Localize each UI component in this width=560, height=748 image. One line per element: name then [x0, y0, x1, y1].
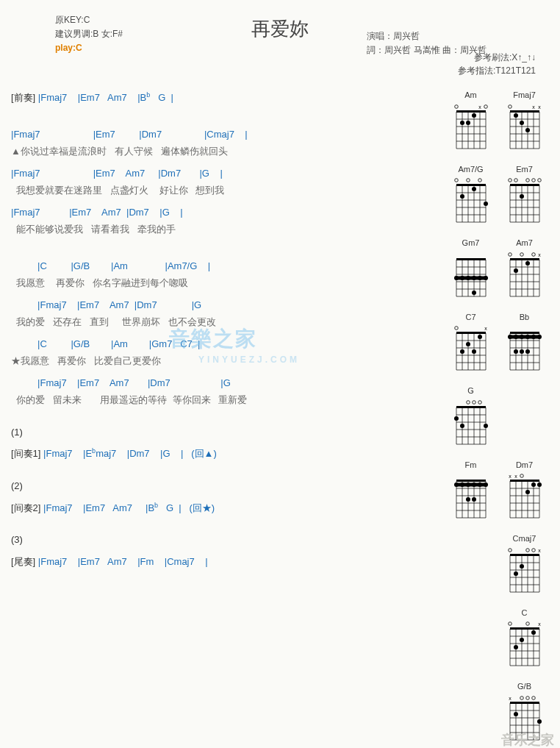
chord-line: |Fmaj7 |Em7 Am7 |Dm7 |G | — [11, 166, 440, 181]
chord-sheet: 原KEY:C 建议男调:B 女:F# play:C 再爱妳 演唱：周兴哲 詞：周… — [0, 0, 560, 748]
chord-name: Fm — [451, 459, 491, 471]
chord-diagram: Fmaj7xx — [505, 89, 545, 150]
svg-text:x: x — [484, 326, 487, 331]
svg-point-270 — [537, 719, 542, 724]
svg-point-95 — [484, 276, 488, 280]
svg-rect-237 — [510, 627, 539, 630]
chord-line: [前奏] |Fmaj7 |Em7 Am7 |Bb G | — [11, 90, 440, 105]
chord-name: C — [505, 607, 545, 619]
svg-rect-218 — [510, 554, 539, 556]
chord-name: Em7 — [505, 163, 545, 176]
svg-point-269 — [514, 712, 518, 716]
svg-point-151 — [520, 335, 524, 339]
svg-text:x: x — [509, 696, 511, 701]
svg-point-213 — [531, 482, 536, 487]
svg-point-133 — [454, 327, 458, 330]
lyric-line: 你的爱 留未来 用最遥远的等待 等你回来 重新爱 — [11, 393, 440, 407]
chord-name: G — [451, 385, 491, 397]
corner-logo: 音乐之家 yinyuezj.com — [501, 730, 554, 748]
svg-point-172 — [460, 424, 464, 428]
chord-svg — [505, 177, 545, 224]
svg-point-157 — [525, 349, 530, 354]
chord-line: |C |G/B |Am |Gm7 C7 | — [11, 337, 440, 352]
svg-point-154 — [537, 335, 542, 339]
repeat-marker: (2) — [11, 479, 440, 494]
svg-point-52 — [472, 187, 476, 191]
lyric-line: 我的爱 还存在 直到 世界崩坏 也不会更改 — [11, 315, 440, 330]
svg-point-196 — [484, 482, 488, 487]
lyrics-column: [前奏] |Fmaj7 |Em7 Am7 |Bb G ||Fmaj7 |Em7 … — [11, 83, 440, 571]
chord-svg — [451, 177, 491, 224]
svg-point-71 — [508, 179, 511, 182]
svg-point-252 — [531, 630, 536, 635]
svg-point-54 — [454, 179, 458, 182]
meta-left: 原KEY:C 建议男调:B 女:F# play:C — [55, 13, 123, 56]
svg-point-72 — [514, 179, 517, 182]
svg-rect-135 — [510, 332, 539, 334]
chord-svg — [451, 472, 491, 519]
svg-point-35 — [508, 104, 511, 108]
svg-point-129 — [460, 349, 464, 354]
chord-name: Am — [451, 89, 491, 101]
finger-pattern: 参考指法:T121T121 — [11, 64, 536, 77]
chord-line: |Fmaj7 |Em7 Am7 |Dm7 |G — [11, 298, 440, 313]
svg-point-13 — [460, 121, 464, 125]
lyric-line: 能不能够说爱我 请看着我 牵我的手 — [11, 222, 440, 237]
svg-point-55 — [466, 179, 470, 182]
chord-diagram: Am7/G — [451, 163, 491, 224]
svg-point-111 — [525, 261, 530, 266]
svg-point-171 — [454, 416, 459, 421]
svg-point-132 — [478, 335, 482, 339]
svg-point-156 — [520, 349, 524, 354]
svg-point-174 — [466, 400, 470, 404]
chord-diagram: G — [451, 385, 491, 446]
chord-diagrams-column: AmxFmaj7xxAm7/GEm7Gm7Am7xC7xBbGFmDm7xxCm… — [446, 83, 549, 741]
svg-point-191 — [454, 482, 459, 487]
svg-point-235 — [531, 548, 535, 552]
svg-text:x: x — [532, 104, 535, 110]
svg-point-251 — [520, 638, 524, 642]
svg-text:x: x — [514, 474, 517, 479]
chord-name: Am7 — [505, 237, 545, 249]
svg-point-90 — [454, 276, 459, 280]
svg-text:x: x — [538, 621, 541, 627]
chord-diagram: Bb — [505, 311, 545, 372]
lyric-line: 我愿意 再爱你 你名字融进到每个唿吸 — [11, 276, 440, 291]
chord-svg — [505, 324, 545, 371]
chord-line: [间奏1] |Fmaj7 |Ebmaj7 |Dm7 |G | (回▲) — [11, 446, 440, 461]
svg-point-194 — [472, 482, 476, 487]
svg-point-33 — [520, 121, 524, 125]
svg-point-175 — [472, 400, 475, 404]
svg-point-150 — [514, 335, 518, 339]
chord-name: Dm7 — [505, 459, 545, 471]
svg-point-17 — [484, 104, 487, 108]
chord-line: |Fmaj7 |Em7 |Dm7 |Cmaj7 | — [11, 127, 440, 142]
svg-point-231 — [514, 571, 518, 576]
chord-name: G/B — [505, 680, 545, 693]
svg-point-212 — [525, 490, 530, 494]
svg-point-153 — [531, 335, 536, 339]
svg-point-214 — [537, 482, 542, 487]
logo-text: 音乐之家 — [501, 733, 554, 747]
chord-svg — [451, 251, 491, 298]
chord-svg: x — [505, 251, 545, 298]
writer-credit: 詞：周兴哲 马嵩惟 曲：周兴哲 — [367, 43, 487, 57]
svg-point-75 — [537, 179, 541, 182]
svg-point-193 — [466, 482, 470, 487]
svg-rect-76 — [456, 258, 486, 260]
svg-point-152 — [525, 335, 530, 339]
svg-point-254 — [525, 622, 529, 626]
svg-point-96 — [472, 291, 476, 295]
repeat-marker: (3) — [11, 532, 440, 547]
svg-rect-177 — [456, 480, 486, 482]
svg-point-53 — [484, 202, 488, 206]
chord-name: Bb — [505, 311, 545, 324]
singer-credit: 演唱：周兴哲 — [367, 29, 487, 43]
chord-line: [尾奏] |Fmaj7 |Em7 Am7 |Fm |Cmaj7 | — [11, 555, 440, 569]
svg-point-34 — [525, 128, 530, 132]
svg-point-215 — [520, 474, 523, 478]
svg-text:x: x — [538, 104, 541, 110]
chord-name: Cmaj7 — [505, 532, 545, 545]
svg-point-176 — [478, 400, 481, 404]
original-key: 原KEY:C — [55, 13, 123, 27]
